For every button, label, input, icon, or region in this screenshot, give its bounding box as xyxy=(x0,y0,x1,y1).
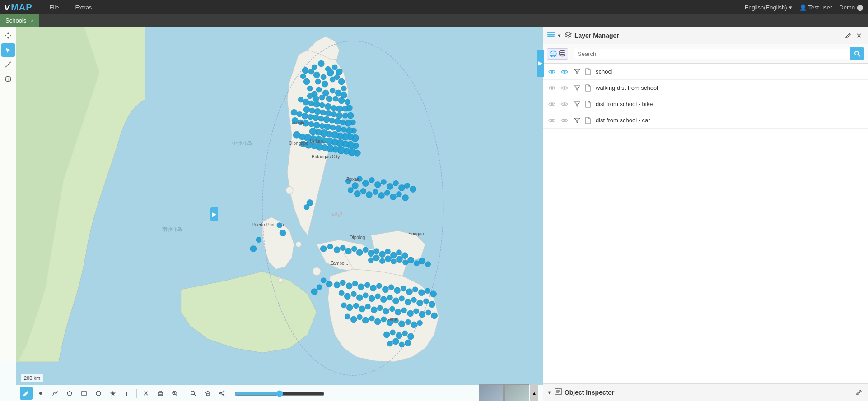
map-area[interactable]: 中沙群岛 南沙群岛 Phil... Puerto Princesa xyxy=(0,27,543,401)
layer-row-walking[interactable]: walking dist from school xyxy=(543,80,868,96)
top-right: English(English) ▾ 👤 Test user Demo ⬤ xyxy=(745,4,863,11)
svg-point-209 xyxy=(317,285,322,290)
svg-point-240 xyxy=(399,342,404,347)
svg-point-149 xyxy=(370,285,376,291)
svg-text:Olongapo: Olongapo xyxy=(289,141,308,146)
rectangle-tool-button[interactable] xyxy=(78,387,90,400)
layer-globe-icon[interactable]: 🌐 xyxy=(549,50,557,57)
user-info[interactable]: 👤 Test user xyxy=(799,4,832,11)
thumbnail-2[interactable] xyxy=(504,384,529,401)
layer-eye-button-school-2[interactable] xyxy=(560,67,569,77)
demo-button[interactable]: Demo ⬤ xyxy=(839,4,863,11)
map-content: 中沙群岛 南沙群岛 Phil... Puerto Princesa xyxy=(0,27,543,385)
layer-manager-edit-button[interactable] xyxy=(843,30,854,41)
svg-point-47 xyxy=(319,102,325,108)
svg-point-290 xyxy=(564,87,566,89)
thumbnail-expand-button[interactable]: ▲ xyxy=(530,384,538,401)
layer-manager-expand-icon[interactable]: ▼ xyxy=(557,33,562,38)
object-inspector-header[interactable]: ▼ Object Inspector xyxy=(543,384,868,401)
edit-tool-button[interactable] xyxy=(20,387,33,400)
svg-point-197 xyxy=(374,318,381,325)
tab-close-button[interactable]: × xyxy=(31,18,33,23)
layer-eye-button-school-1[interactable] xyxy=(547,67,557,77)
home-button[interactable] xyxy=(201,387,214,400)
layer-row-car[interactable]: dist from school - car xyxy=(543,112,868,129)
layer-eye-button-car-2[interactable] xyxy=(560,115,569,125)
svg-point-80 xyxy=(313,122,320,128)
layer-filter-button-bike[interactable] xyxy=(572,99,582,109)
svg-point-198 xyxy=(381,317,386,322)
search-location-button[interactable] xyxy=(187,387,200,400)
info-tool-button[interactable]: i xyxy=(1,72,15,86)
layer-eye-button-walking-2[interactable] xyxy=(560,83,569,93)
svg-point-120 xyxy=(340,245,345,251)
star-tool-button[interactable] xyxy=(107,387,119,400)
svg-point-139 xyxy=(408,257,414,263)
panel-collapse-button[interactable]: ▶ xyxy=(210,207,218,221)
svg-point-257 xyxy=(39,392,42,395)
svg-text:Roxas: Roxas xyxy=(346,177,359,182)
layer-filter-button-school[interactable] xyxy=(572,67,582,77)
share-button[interactable] xyxy=(216,387,229,400)
layer-manager-title: Layer Manager xyxy=(574,32,843,39)
layer-eye-button-car-1[interactable] xyxy=(547,115,557,125)
svg-point-161 xyxy=(344,293,350,300)
svg-point-65 xyxy=(329,118,335,123)
svg-point-67 xyxy=(318,116,324,121)
svg-point-179 xyxy=(359,306,365,312)
schools-tab[interactable]: Schools × xyxy=(0,14,39,27)
svg-point-151 xyxy=(382,286,388,293)
svg-point-118 xyxy=(327,244,333,249)
layer-db-icon[interactable] xyxy=(559,50,566,58)
thumbnail-1[interactable] xyxy=(479,384,504,401)
svg-point-4 xyxy=(313,267,321,276)
menu-extras[interactable]: Extras xyxy=(72,2,96,13)
zoom-area-button[interactable] xyxy=(168,387,181,400)
text-tool-button[interactable]: T xyxy=(121,387,134,400)
bottom-toolbar: T xyxy=(16,385,543,401)
layer-search-button[interactable] xyxy=(850,47,864,60)
svg-point-128 xyxy=(385,249,390,254)
object-inspector-edit-button[interactable] xyxy=(854,387,864,398)
point-tool-button[interactable] xyxy=(34,387,47,400)
menu-file[interactable]: File xyxy=(46,2,63,13)
svg-point-233 xyxy=(383,332,390,338)
svg-point-144 xyxy=(340,280,345,286)
svg-rect-279 xyxy=(547,34,555,36)
layer-manager-close-button[interactable] xyxy=(854,30,864,41)
measure-tool-button[interactable] xyxy=(1,58,15,71)
delete-tool-button[interactable] xyxy=(140,387,152,400)
svg-point-122 xyxy=(351,246,357,252)
layer-search-input[interactable] xyxy=(574,49,850,59)
layer-filter-button-walking[interactable] xyxy=(572,83,582,93)
layer-row-bike[interactable]: dist from school - bike xyxy=(543,96,868,112)
svg-point-125 xyxy=(368,250,374,257)
right-panel-tab[interactable]: ▶ xyxy=(543,50,544,77)
svg-point-11 xyxy=(318,60,324,67)
svg-point-117 xyxy=(320,246,327,252)
layer-eye-button-bike-2[interactable] xyxy=(560,99,569,109)
layer-eye-button-bike-1[interactable] xyxy=(547,99,557,109)
svg-point-180 xyxy=(365,304,370,309)
print-tool-button[interactable] xyxy=(154,387,167,400)
svg-point-242 xyxy=(277,223,282,228)
layer-row-school[interactable]: school xyxy=(543,64,868,80)
toolbar-separator-1 xyxy=(136,389,137,398)
svg-point-291 xyxy=(551,103,553,105)
polyline-tool-button[interactable] xyxy=(49,387,61,400)
svg-point-184 xyxy=(389,306,395,312)
layer-filter-button-car[interactable] xyxy=(572,115,582,125)
pan-tool-button[interactable] xyxy=(1,29,15,42)
select-tool-button[interactable] xyxy=(1,43,15,57)
language-selector[interactable]: English(English) ▾ xyxy=(745,4,792,11)
demo-toggle-icon: ⬤ xyxy=(857,4,863,11)
svg-point-124 xyxy=(363,247,368,253)
layer-eye-button-walking-1[interactable] xyxy=(547,83,557,93)
svg-point-54 xyxy=(336,112,342,119)
svg-point-219 xyxy=(393,180,398,186)
circle-tool-button[interactable] xyxy=(92,387,105,400)
svg-point-66 xyxy=(323,116,330,123)
zoom-slider[interactable] xyxy=(234,390,325,397)
polygon-tool-button[interactable] xyxy=(63,387,76,400)
topbar: vMAP File Extras English(English) ▾ 👤 Te… xyxy=(0,0,868,14)
